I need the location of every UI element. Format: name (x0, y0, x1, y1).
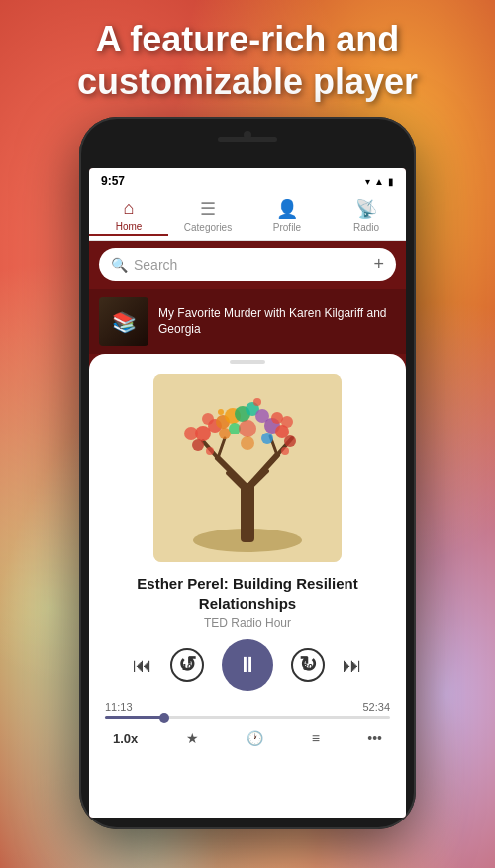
forward-button[interactable]: 30 (291, 648, 325, 682)
radio-icon: 📡 (355, 198, 377, 220)
svg-point-30 (241, 436, 254, 450)
queue-button[interactable]: ≡ (308, 726, 324, 750)
svg-point-13 (192, 439, 204, 451)
nav-label-radio: Radio (353, 222, 379, 233)
progress-area[interactable]: 11:13 52:34 (105, 701, 390, 719)
search-add-button[interactable]: + (373, 254, 384, 275)
album-art (153, 374, 342, 562)
podcast-thumbnail: 📚 (99, 297, 148, 346)
progress-fill (105, 716, 164, 719)
svg-point-31 (206, 447, 214, 455)
svg-point-33 (218, 409, 224, 415)
more-icon: ••• (367, 730, 382, 746)
play-pause-button[interactable]: ⏸ (222, 639, 273, 691)
home-icon: ⌂ (124, 198, 135, 219)
search-area: 🔍 Search + (89, 241, 406, 289)
nav-item-categories[interactable]: ☰ Categories (168, 196, 248, 236)
svg-point-32 (281, 447, 289, 455)
track-info: Esther Perel: Building Resilient Relatio… (105, 574, 390, 629)
svg-point-29 (239, 420, 256, 437)
bottom-toolbar: 1.0x ★ 🕐 ≡ ••• (105, 726, 390, 750)
svg-point-15 (202, 413, 214, 425)
track-title: Esther Perel: Building Resilient Relatio… (105, 574, 390, 613)
wifi-icon: ▾ (365, 176, 370, 187)
categories-icon: ☰ (200, 198, 216, 220)
history-button[interactable]: 🕐 (243, 726, 267, 750)
phone-frame: 9:57 ▾ ▲ ▮ ⌂ Home ☰ Categories 👤 (79, 117, 416, 829)
screen-content: 9:57 ▾ ▲ ▮ ⌂ Home ☰ Categories 👤 (89, 168, 406, 818)
search-bar[interactable]: 🔍 Search + (99, 248, 396, 281)
player-section: Esther Perel: Building Resilient Relatio… (89, 354, 406, 818)
svg-point-28 (271, 412, 283, 424)
svg-point-26 (284, 435, 296, 447)
progress-thumb (159, 713, 169, 723)
phone-screen: 9:57 ▾ ▲ ▮ ⌂ Home ☰ Categories 👤 (89, 168, 406, 818)
nav-bar: ⌂ Home ☰ Categories 👤 Profile 📡 Radio (89, 192, 406, 241)
progress-times: 11:13 52:34 (105, 701, 390, 713)
nav-label-home: Home (116, 221, 143, 232)
headline: A feature-rich and customizable player (0, 18, 495, 103)
more-button[interactable]: ••• (363, 726, 386, 750)
skip-forward-button[interactable]: ⏭ (343, 654, 362, 677)
podcast-preview[interactable]: 📚 My Favorite Murder with Karen Kilgarif… (89, 289, 406, 354)
profile-icon: 👤 (276, 198, 298, 220)
player-controls: ⏮ 10 ⏸ 30 ⏭ (105, 639, 390, 691)
podcast-preview-title: My Favorite Murder with Karen Kilgariff … (158, 306, 396, 337)
battery-icon: ▮ (388, 176, 394, 187)
star-icon: ★ (186, 730, 199, 746)
svg-point-24 (261, 433, 273, 444)
rewind-button[interactable]: 10 (170, 648, 204, 682)
progress-track[interactable] (105, 716, 390, 719)
speed-label: 1.0x (113, 731, 138, 746)
headline-line2: customizable player (77, 61, 418, 102)
svg-point-34 (253, 398, 261, 406)
status-icons: ▾ ▲ ▮ (365, 176, 394, 187)
favorite-button[interactable]: ★ (182, 726, 203, 750)
status-bar: 9:57 ▾ ▲ ▮ (89, 168, 406, 192)
signal-icon: ▲ (374, 176, 384, 187)
rewind-label: 10 (182, 662, 192, 672)
track-show: TED Radio Hour (105, 616, 390, 629)
nav-item-profile[interactable]: 👤 Profile (248, 196, 327, 236)
nav-label-categories: Categories (184, 222, 232, 233)
skip-back-button[interactable]: ⏮ (133, 654, 152, 677)
speed-button[interactable]: 1.0x (109, 727, 142, 750)
nav-item-home[interactable]: ⌂ Home (89, 196, 168, 236)
nav-item-radio[interactable]: 📡 Radio (327, 196, 406, 236)
drag-handle (230, 360, 265, 364)
phone-camera (244, 131, 251, 139)
queue-icon: ≡ (312, 730, 320, 746)
total-time: 52:34 (362, 701, 390, 713)
forward-label: 30 (303, 662, 313, 672)
search-placeholder: Search (134, 257, 367, 273)
status-time: 9:57 (101, 174, 125, 188)
search-icon: 🔍 (111, 257, 128, 273)
nav-label-profile: Profile (273, 222, 301, 233)
current-time: 11:13 (105, 701, 133, 713)
svg-point-14 (184, 427, 198, 440)
podcast-thumb-image: 📚 (99, 297, 148, 346)
history-icon: 🕐 (247, 730, 263, 746)
headline-line1: A feature-rich and (96, 19, 400, 59)
